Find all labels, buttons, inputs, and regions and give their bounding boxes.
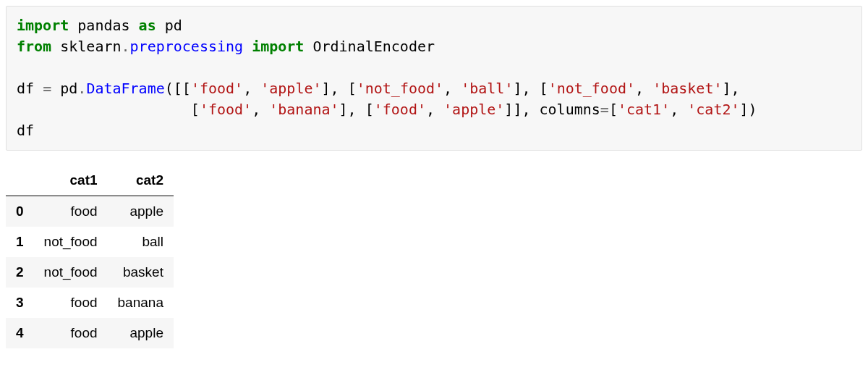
bracket: ], [ [339, 101, 374, 118]
fn-dataframe: DataFrame [86, 80, 164, 97]
cell-cat1: food [34, 196, 108, 227]
var-df: df [17, 80, 34, 97]
kw-columns: columns [540, 101, 600, 118]
code-cell: import pandas as pd from sklearn.preproc… [6, 6, 862, 151]
submodule-preprocessing: preprocessing [130, 38, 244, 55]
cell-cat2: banana [108, 288, 174, 318]
bracket-open: ([[ [165, 80, 191, 97]
comma: , [635, 80, 644, 97]
bracket-open: [ [609, 101, 618, 118]
cell-cat2: apple [108, 196, 174, 227]
table-row: 2 not_food basket [6, 257, 174, 288]
dot: . [77, 80, 86, 97]
bracket: ], [ [513, 80, 548, 97]
str-ball: 'ball' [461, 80, 513, 97]
cell-cat1: food [34, 288, 108, 318]
comma: , [243, 80, 252, 97]
dataframe-table: cat1 cat2 0 food apple 1 not_food ball 2… [6, 165, 174, 348]
row-index: 3 [6, 288, 34, 318]
expr-df: df [17, 122, 34, 139]
cell-cat2: apple [108, 318, 174, 348]
keyword-import: import [252, 38, 304, 55]
bracket-close: ]], [504, 101, 530, 118]
bracket: ], [ [322, 80, 357, 97]
str-food: 'food' [374, 101, 426, 118]
str-not-food: 'not_food' [548, 80, 635, 97]
cell-cat2: ball [108, 227, 174, 257]
str-food: 'food' [191, 80, 243, 97]
indent: [ [17, 101, 200, 118]
dot: . [122, 38, 130, 55]
table-row: 4 food apple [6, 318, 174, 348]
str-apple: 'apple' [443, 101, 504, 118]
header-cat2: cat2 [108, 165, 174, 196]
keyword-import: import [17, 17, 69, 34]
output-area: cat1 cat2 0 food apple 1 not_food ball 2… [6, 165, 862, 348]
header-corner [6, 165, 34, 196]
cell-cat1: not_food [34, 227, 108, 257]
keyword-from: from [17, 38, 51, 55]
keyword-as: as [139, 17, 156, 34]
table-row: 1 not_food ball [6, 227, 174, 257]
table-row: 3 food banana [6, 288, 174, 318]
alias-pd: pd [165, 17, 182, 34]
str-apple: 'apple' [260, 80, 321, 97]
module-pandas: pandas [77, 17, 129, 34]
cell-cat1: not_food [34, 257, 108, 288]
cell-cat1: food [34, 318, 108, 348]
equals: = [600, 101, 609, 118]
comma: , [443, 80, 452, 97]
comma: , [426, 101, 435, 118]
table-row: 0 food apple [6, 196, 174, 227]
cell-cat2: basket [108, 257, 174, 288]
row-index: 4 [6, 318, 34, 348]
header-cat1: cat1 [34, 165, 108, 196]
str-food: 'food' [200, 101, 252, 118]
row-index: 0 [6, 196, 34, 227]
str-banana: 'banana' [269, 101, 339, 118]
str-not-food: 'not_food' [357, 80, 443, 97]
comma: , [670, 101, 678, 118]
str-basket: 'basket' [652, 80, 722, 97]
str-cat2: 'cat2' [687, 101, 739, 118]
row-index: 1 [6, 227, 34, 257]
name-ordinalencoder: OrdinalEncoder [312, 38, 435, 55]
equals: = [43, 80, 51, 97]
bracket-close: ]) [740, 101, 757, 118]
obj-pd: pd [60, 80, 77, 97]
bracket: ], [722, 80, 739, 97]
row-index: 2 [6, 257, 34, 288]
module-sklearn: sklearn [60, 38, 121, 55]
comma: , [252, 101, 260, 118]
str-cat1: 'cat1' [618, 101, 670, 118]
